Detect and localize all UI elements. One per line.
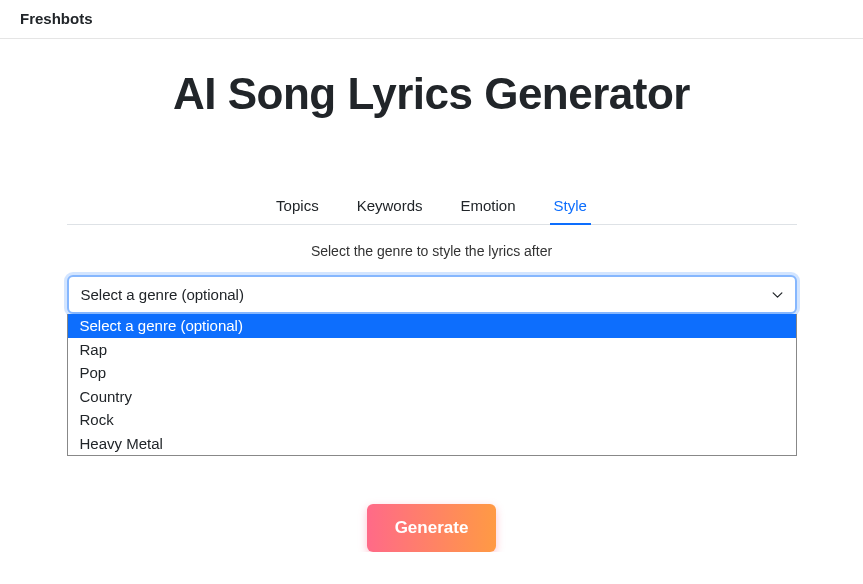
brand-logo[interactable]: Freshbots <box>20 10 93 27</box>
genre-option-rap[interactable]: Rap <box>68 338 796 362</box>
genre-select-wrapper: Select a genre (optional) Select a genre… <box>67 275 797 314</box>
genre-option-placeholder[interactable]: Select a genre (optional) <box>68 314 796 338</box>
genre-option-pop[interactable]: Pop <box>68 361 796 385</box>
generate-wrapper: Generate <box>67 504 797 552</box>
tab-emotion[interactable]: Emotion <box>457 189 520 224</box>
tabs: Topics Keywords Emotion Style <box>67 189 797 225</box>
genre-dropdown: Select a genre (optional) Rap Pop Countr… <box>67 314 797 456</box>
instruction-text: Select the genre to style the lyrics aft… <box>67 243 797 259</box>
tab-keywords[interactable]: Keywords <box>353 189 427 224</box>
genre-option-heavy-metal[interactable]: Heavy Metal <box>68 432 796 456</box>
main-container: AI Song Lyrics Generator Topics Keywords… <box>47 69 817 552</box>
genre-option-country[interactable]: Country <box>68 385 796 409</box>
genre-select[interactable]: Select a genre (optional) <box>67 275 797 314</box>
generate-button[interactable]: Generate <box>367 504 497 552</box>
page-title: AI Song Lyrics Generator <box>67 69 797 119</box>
genre-option-rock[interactable]: Rock <box>68 408 796 432</box>
genre-select-value: Select a genre (optional) <box>81 286 244 303</box>
tab-style[interactable]: Style <box>550 189 591 224</box>
header: Freshbots <box>0 0 863 39</box>
tab-topics[interactable]: Topics <box>272 189 323 224</box>
